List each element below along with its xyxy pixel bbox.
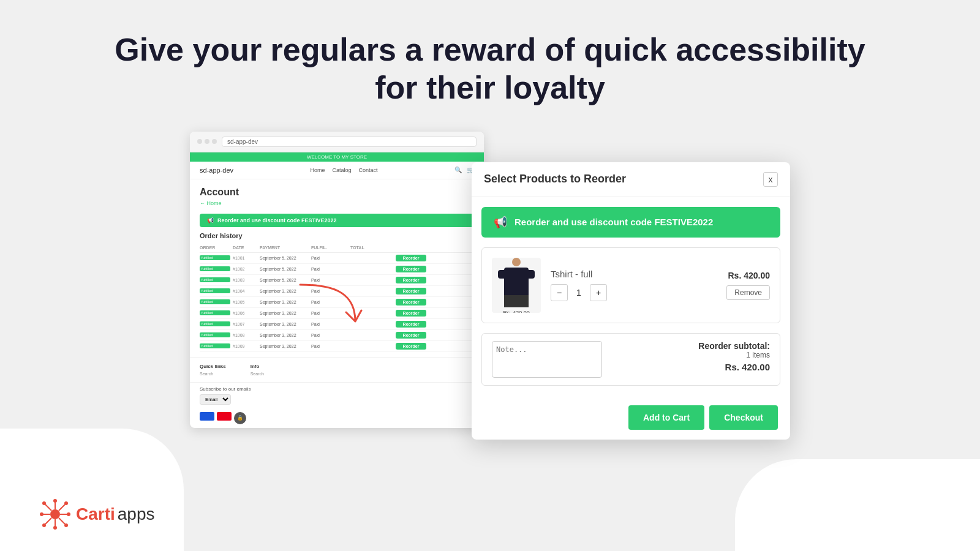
- footer-email-input: Email: [200, 394, 474, 405]
- carti-logo: Carti apps: [37, 496, 155, 533]
- qty-increase-button[interactable]: +: [590, 284, 607, 301]
- bottom-section: Reorder subtotal: 1 items Rs. 420.00: [481, 333, 780, 386]
- reorder-btn-3[interactable]: Reorder: [396, 277, 426, 283]
- modal-close-button[interactable]: x: [763, 172, 778, 187]
- product-image: Rs. 420.00: [492, 258, 541, 313]
- product-price-value: Rs. 420.00: [726, 271, 770, 280]
- order-history-title: Order history: [200, 232, 474, 239]
- subtotal-label: Reorder subtotal:: [614, 341, 770, 351]
- footer-info: Info Search: [251, 364, 264, 376]
- promo-banner-small: 📢 Reorder and use discount code FESTIVE2…: [200, 214, 474, 227]
- subscribe-label: Subscribe to our emails: [200, 386, 474, 392]
- svg-point-12: [64, 523, 68, 527]
- store-header: sd-app-dev Home Catalog Contact 🔍 🛒: [190, 162, 484, 179]
- product-thumbnail-price: Rs. 420.00: [503, 310, 530, 313]
- checkout-button[interactable]: Checkout: [709, 405, 778, 430]
- security-lock-icon: 🔒: [234, 412, 246, 424]
- carti-brand-text: Carti: [76, 504, 115, 524]
- svg-line-11: [59, 518, 65, 524]
- order-row: fulfilled #1004 September 3, 2022 Paid R…: [200, 286, 474, 297]
- footer-info-title: Info: [251, 364, 264, 369]
- store-footer: Quick links Search Info Search: [190, 357, 484, 382]
- quantity-control: − 1 +: [551, 284, 717, 301]
- order-row: fulfilled #1003 September 5, 2022 Paid R…: [200, 275, 474, 286]
- reorder-btn-8[interactable]: Reorder: [396, 332, 426, 339]
- account-title: Account: [200, 187, 474, 198]
- subtotal-section: Reorder subtotal: 1 items Rs. 420.00: [614, 341, 770, 372]
- order-row: fulfilled #1007 September 3, 2022 Paid R…: [200, 319, 474, 330]
- svg-line-9: [45, 504, 51, 511]
- account-back-link[interactable]: ← Home: [200, 200, 474, 206]
- reorder-modal: Select Products to Reorder x 📢 Reorder a…: [472, 162, 790, 440]
- note-textarea[interactable]: [492, 341, 602, 378]
- title-line2: for their loyalty: [375, 70, 605, 105]
- order-row: fulfilled #1009 September 3, 2022 Paid R…: [200, 341, 474, 352]
- svg-point-14: [64, 501, 68, 505]
- promo-icon-small: 📢: [207, 217, 214, 223]
- browser-dot-3: [212, 139, 217, 144]
- svg-point-2: [53, 499, 57, 503]
- product-item: Rs. 420.00 Tshirt - full − 1 + Rs. 420.0…: [481, 247, 780, 323]
- svg-point-0: [50, 509, 60, 519]
- modal-actions: Add to Cart Checkout: [472, 395, 790, 440]
- product-price-right: Rs. 420.00 Remove: [726, 271, 770, 300]
- product-name: Tshirt - full: [551, 269, 717, 279]
- main-heading: Give your regulars a reward of quick acc…: [0, 0, 980, 126]
- footer-info-search[interactable]: Search: [251, 372, 264, 376]
- svg-point-4: [53, 526, 57, 530]
- browser-dot-2: [205, 139, 209, 144]
- reorder-btn-7[interactable]: Reorder: [396, 321, 426, 328]
- person-arms: [498, 270, 535, 279]
- svg-line-13: [59, 504, 65, 511]
- email-select[interactable]: Email: [200, 394, 231, 405]
- title-line1: Give your regulars a reward of quick acc…: [115, 32, 865, 67]
- reorder-btn-1[interactable]: Reorder: [396, 255, 426, 261]
- modal-header: Select Products to Reorder x: [472, 162, 790, 197]
- nav-contact[interactable]: Contact: [359, 167, 378, 173]
- browser-bar: sd-app-dev: [190, 132, 484, 152]
- browser-url-bar: sd-app-dev: [222, 137, 477, 147]
- modal-title: Select Products to Reorder: [484, 173, 626, 186]
- carti-logo-icon: [37, 496, 74, 533]
- footer-subscribe: Subscribe to our emails Email: [190, 382, 484, 408]
- order-row: fulfilled #1006 September 3, 2022 Paid R…: [200, 308, 474, 319]
- add-to-cart-button[interactable]: Add to Cart: [628, 405, 704, 430]
- remove-product-button[interactable]: Remove: [726, 285, 770, 300]
- footer-quick-links: Quick links Search: [200, 364, 226, 376]
- mastercard-icon: [217, 412, 232, 421]
- nav-home[interactable]: Home: [310, 167, 325, 173]
- reorder-btn-5[interactable]: Reorder: [396, 299, 426, 305]
- subtotal-items: 1 items: [614, 351, 770, 359]
- order-row: fulfilled #1001 September 5, 2022 Paid R…: [200, 253, 474, 264]
- person-body: [504, 268, 529, 295]
- modal-promo-banner: 📢 Reorder and use discount code FESTIVE2…: [481, 207, 780, 238]
- modal-promo-text: Reorder and use discount code FESTIVE202…: [514, 217, 713, 227]
- svg-point-10: [42, 501, 46, 505]
- qty-decrease-button[interactable]: −: [551, 284, 568, 301]
- product-info: Tshirt - full − 1 +: [551, 269, 717, 301]
- search-icon[interactable]: 🔍: [454, 167, 462, 173]
- order-table-header: ORDER DATE PAYMENT FULFIL. TOTAL: [200, 243, 474, 253]
- reorder-btn-6[interactable]: Reorder: [396, 310, 426, 317]
- carti-apps-text: apps: [118, 504, 155, 524]
- footer-quick-links-title: Quick links: [200, 364, 226, 369]
- order-row: fulfilled #1005 September 3, 2022 Paid R…: [200, 297, 474, 308]
- svg-point-8: [67, 512, 70, 516]
- svg-point-16: [42, 523, 46, 527]
- order-row: fulfilled #1008 September 3, 2022 Paid R…: [200, 330, 474, 341]
- svg-point-6: [40, 512, 43, 516]
- person-head: [512, 258, 521, 266]
- person-legs: [504, 295, 529, 307]
- order-history-section: Order history ORDER DATE PAYMENT FULFIL.…: [190, 227, 484, 357]
- reorder-btn-4[interactable]: Reorder: [396, 288, 426, 294]
- store-nav: Home Catalog Contact: [310, 167, 377, 173]
- browser-mockup: sd-app-dev WELCOME TO MY STORE sd-app-de…: [190, 132, 484, 428]
- payment-icons-row: 🔒: [190, 408, 484, 428]
- nav-catalog[interactable]: Catalog: [333, 167, 352, 173]
- welcome-banner: WELCOME TO MY STORE: [190, 152, 484, 162]
- qty-value: 1: [573, 288, 585, 298]
- reorder-btn-9[interactable]: Reorder: [396, 343, 426, 350]
- reorder-btn-2[interactable]: Reorder: [396, 266, 426, 272]
- footer-search-link[interactable]: Search: [200, 372, 226, 376]
- svg-line-15: [45, 518, 51, 524]
